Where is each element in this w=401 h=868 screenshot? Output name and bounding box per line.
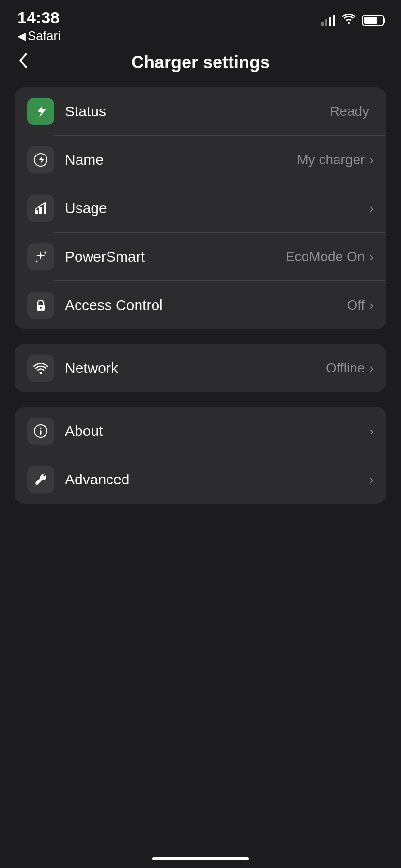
signal-bar-1 [321, 22, 324, 26]
usage-label: Usage [65, 200, 370, 217]
sparkles-icon [33, 249, 48, 264]
status-bar-left: 14:38 ◀ Safari [17, 9, 61, 44]
wifi-status-icon [342, 14, 355, 27]
signal-bar-2 [325, 19, 327, 26]
page-title: Charger settings [131, 52, 270, 73]
powersmart-chevron: › [370, 249, 374, 264]
network-value: Offline [326, 360, 365, 376]
svg-point-6 [40, 372, 42, 374]
battery-icon [362, 15, 384, 26]
svg-point-8 [40, 428, 42, 429]
svg-rect-1 [35, 210, 38, 214]
wifi-icon [33, 360, 48, 376]
access-control-value: Off [347, 297, 365, 313]
status-time: 14:38 [17, 9, 61, 27]
safari-back: ◀ Safari [17, 29, 61, 44]
usage-icon-bg [27, 195, 54, 222]
powersmart-label: PowerSmart [65, 248, 286, 265]
settings-container: Status Ready Name My charger › [0, 87, 401, 504]
safari-back-arrow: ◀ [17, 30, 26, 43]
svg-rect-3 [44, 203, 46, 214]
status-value: Ready [330, 104, 369, 119]
status-icon-bg [27, 98, 54, 125]
access-control-icon-bg [27, 292, 54, 319]
settings-row-about[interactable]: About › [15, 407, 386, 455]
access-control-chevron: › [370, 298, 374, 313]
svg-rect-2 [39, 207, 42, 214]
name-icon-bg [27, 146, 54, 173]
powersmart-value: EcoMode On [286, 249, 365, 264]
advanced-chevron: › [370, 472, 374, 487]
lock-icon [33, 297, 48, 313]
status-bar: 14:38 ◀ Safari [0, 0, 401, 43]
network-icon-bg [27, 355, 54, 382]
network-chevron: › [370, 361, 374, 376]
signal-icon [321, 15, 335, 26]
bolt-icon [33, 104, 48, 119]
powersmart-icon-bg [27, 243, 54, 270]
settings-row-name[interactable]: Name My charger › [15, 136, 386, 184]
settings-group-network: Network Offline › [15, 344, 386, 392]
usage-chevron: › [370, 201, 374, 216]
svg-point-5 [40, 307, 42, 309]
back-button[interactable] [17, 50, 31, 76]
about-label: About [65, 423, 370, 439]
home-indicator [152, 857, 249, 860]
wrench-icon [33, 472, 48, 487]
signal-bar-4 [333, 15, 335, 26]
safari-label: Safari [28, 29, 61, 44]
settings-group-info: About › Advanced › [15, 407, 386, 504]
name-label: Name [65, 152, 297, 168]
settings-row-status[interactable]: Status Ready [15, 87, 386, 136]
advanced-icon-bg [27, 466, 54, 493]
battery-fill [364, 17, 377, 24]
svg-rect-9 [40, 430, 42, 435]
name-chevron: › [370, 153, 374, 168]
network-label: Network [65, 360, 326, 376]
settings-group-main: Status Ready Name My charger › [15, 87, 386, 329]
name-value: My charger [297, 152, 365, 168]
settings-row-advanced[interactable]: Advanced › [15, 455, 386, 504]
access-control-label: Access Control [65, 297, 347, 313]
about-chevron: › [370, 424, 374, 439]
nav-header: Charger settings [0, 43, 401, 82]
bolt-circle-icon [33, 152, 48, 168]
status-bar-right [321, 9, 384, 27]
advanced-label: Advanced [65, 471, 370, 488]
settings-row-access-control[interactable]: Access Control Off › [15, 281, 386, 329]
settings-row-network[interactable]: Network Offline › [15, 344, 386, 392]
signal-bar-3 [329, 17, 331, 26]
settings-row-usage[interactable]: Usage › [15, 184, 386, 232]
chart-icon [33, 201, 48, 216]
status-label: Status [65, 103, 330, 120]
about-icon-bg [27, 418, 54, 445]
info-icon [33, 423, 48, 439]
settings-row-powersmart[interactable]: PowerSmart EcoMode On › [15, 232, 386, 281]
